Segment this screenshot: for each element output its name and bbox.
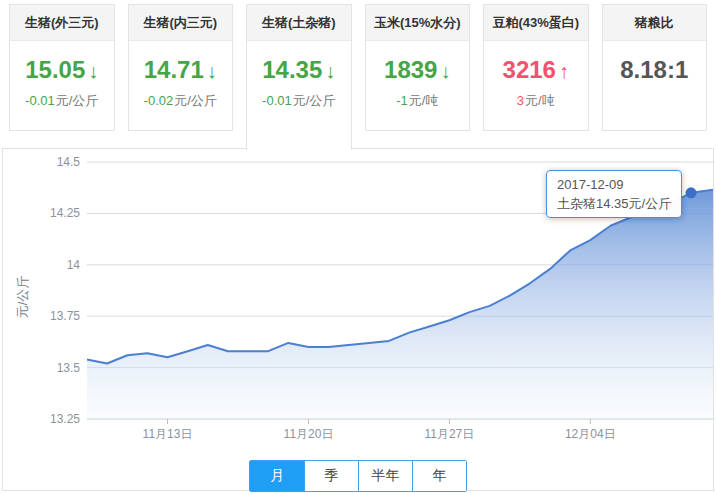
card-body: 8.18:1: [603, 41, 707, 84]
card-change: 3元/吨: [484, 92, 588, 110]
svg-text:13.5: 13.5: [57, 361, 81, 375]
card-body: 1839↓ -1元/吨: [366, 41, 470, 110]
card-value: 1839: [384, 56, 437, 83]
change-unit: 元/公斤: [174, 93, 217, 108]
svg-text:11月27日: 11月27日: [424, 427, 474, 441]
card-pig-neisanyuan[interactable]: 生猪(内三元) 14.71↓ -0.02元/公斤: [128, 4, 234, 131]
card-body: 15.05↓ -0.01元/公斤: [10, 41, 114, 110]
card-corn[interactable]: 玉米(15%水分) 1839↓ -1元/吨: [365, 4, 471, 131]
change-unit: 元/吨: [409, 93, 439, 108]
change-value: -0.01: [262, 93, 292, 108]
tab-year[interactable]: 年: [412, 461, 466, 491]
tab-quarter[interactable]: 季: [304, 461, 358, 491]
range-tab-bar: 月 季 半年 年: [249, 460, 467, 492]
svg-text:11月20日: 11月20日: [284, 427, 334, 441]
card-change: -0.02元/公斤: [129, 92, 233, 110]
down-arrow-icon: ↓: [207, 60, 217, 82]
svg-text:11月13日: 11月13日: [143, 427, 193, 441]
card-title: 猪粮比: [603, 5, 707, 41]
card-title: 豆粕(43%蛋白): [484, 5, 588, 41]
svg-text:13.75: 13.75: [50, 309, 80, 323]
card-value: 14.35: [262, 56, 322, 83]
change-value: 3: [517, 93, 524, 108]
tab-half-year[interactable]: 半年: [358, 461, 412, 491]
svg-text:12月04日: 12月04日: [565, 427, 616, 441]
card-body: 3216↑ 3元/吨: [484, 41, 588, 110]
change-value: -1: [396, 93, 408, 108]
card-value: 8.18:1: [620, 56, 688, 83]
svg-text:14: 14: [67, 258, 81, 272]
card-change: -0.01元/公斤: [247, 92, 351, 110]
card-title: 玉米(15%水分): [366, 5, 470, 41]
card-pig-waisanyuan[interactable]: 生猪(外三元) 15.05↓ -0.01元/公斤: [9, 4, 115, 131]
card-pig-tuzazhu[interactable]: 生猪(土杂猪) 14.35↓ -0.01元/公斤: [246, 4, 352, 150]
svg-text:14.25: 14.25: [50, 206, 80, 220]
y-axis-labels: 13.2513.513.751414.2514.5: [50, 155, 80, 426]
change-unit: 元/吨: [525, 93, 555, 108]
change-value: -0.02: [144, 93, 174, 108]
change-value: -0.01: [25, 93, 55, 108]
card-title: 生猪(土杂猪): [247, 5, 351, 41]
card-value: 15.05: [25, 56, 85, 83]
last-point-marker[interactable]: [686, 187, 697, 198]
area-fill: [87, 190, 713, 419]
card-title: 生猪(外三元): [10, 5, 114, 41]
tooltip-detail: 土杂猪14.35元/公斤: [557, 194, 671, 213]
down-arrow-icon: ↓: [325, 60, 335, 82]
card-change: -0.01元/公斤: [10, 92, 114, 110]
svg-text:13.25: 13.25: [50, 412, 80, 426]
card-body: 14.71↓ -0.02元/公斤: [129, 41, 233, 110]
down-arrow-icon: ↓: [88, 60, 98, 82]
card-value: 3216: [503, 56, 556, 83]
up-arrow-icon: ↑: [559, 60, 569, 82]
card-body: 14.35↓ -0.01元/公斤: [247, 41, 351, 110]
chart-tooltip: 2017-12-09 土杂猪14.35元/公斤: [546, 170, 682, 218]
price-card-row: 生猪(外三元) 15.05↓ -0.01元/公斤 生猪(内三元) 14.71↓ …: [0, 0, 716, 150]
card-pig-grain-ratio[interactable]: 猪粮比 8.18:1: [602, 4, 708, 131]
svg-text:14.5: 14.5: [57, 155, 81, 169]
change-unit: 元/公斤: [56, 93, 99, 108]
card-change: -1元/吨: [366, 92, 470, 110]
x-axis: 11月13日11月20日11月27日12月04日: [143, 419, 616, 441]
change-unit: 元/公斤: [293, 93, 336, 108]
tab-month[interactable]: 月: [250, 461, 304, 491]
down-arrow-icon: ↓: [440, 60, 450, 82]
card-soybean-meal[interactable]: 豆粕(43%蛋白) 3216↑ 3元/吨: [483, 4, 589, 131]
y-axis-title: 元/公斤: [15, 276, 30, 319]
card-value: 14.71: [144, 56, 204, 83]
tooltip-date: 2017-12-09: [557, 175, 671, 194]
card-title: 生猪(内三元): [129, 5, 233, 41]
